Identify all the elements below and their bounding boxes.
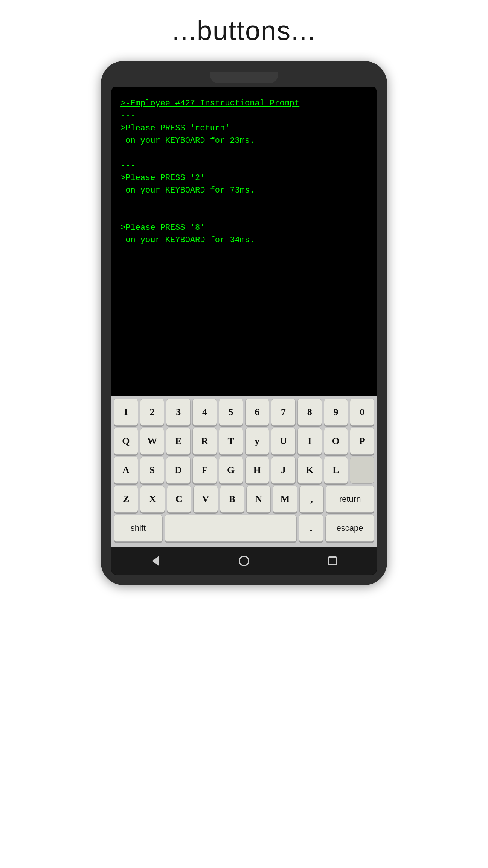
terminal-line-3: >Please PRESS 'return' — [120, 122, 368, 134]
key-m[interactable]: M — [273, 486, 297, 513]
key-y[interactable]: y — [245, 428, 270, 455]
key-l[interactable]: L — [324, 457, 348, 484]
terminal-line-8: on your KEYBOARD for 73ms. — [120, 184, 368, 197]
home-icon — [239, 556, 249, 566]
key-6[interactable]: 6 — [245, 399, 270, 426]
key-g[interactable]: G — [219, 457, 243, 484]
key-0[interactable]: 0 — [350, 399, 374, 426]
key-j[interactable]: J — [271, 457, 296, 484]
terminal-line-1: >-Employee #427 Instructional Prompt — [120, 97, 368, 110]
key-8[interactable]: 8 — [297, 399, 322, 426]
phone-notch — [210, 72, 278, 83]
recents-icon — [328, 556, 337, 565]
key-w[interactable]: W — [140, 428, 165, 455]
key-q[interactable]: Q — [114, 428, 138, 455]
key-u[interactable]: U — [271, 428, 296, 455]
keyboard-row-asdf: A S D F G H J K L — [114, 457, 374, 484]
keyboard-row-numbers: 1 2 3 4 5 6 7 8 9 0 — [114, 399, 374, 426]
key-h[interactable]: H — [245, 457, 270, 484]
key-p[interactable]: P — [350, 428, 374, 455]
terminal-line-4: on your KEYBOARD for 23ms. — [120, 134, 368, 147]
recents-button[interactable] — [325, 553, 340, 568]
key-b[interactable]: B — [220, 486, 244, 513]
key-n[interactable]: N — [246, 486, 271, 513]
key-return[interactable]: return — [326, 486, 374, 513]
key-2[interactable]: 2 — [140, 399, 165, 426]
terminal-line-10: --- — [120, 209, 368, 222]
key-a[interactable]: A — [114, 457, 138, 484]
key-x[interactable]: X — [140, 486, 165, 513]
nav-bar — [111, 547, 377, 575]
key-1[interactable]: 1 — [114, 399, 138, 426]
key-f[interactable]: F — [192, 457, 217, 484]
key-7[interactable]: 7 — [271, 399, 296, 426]
key-i[interactable]: I — [297, 428, 322, 455]
key-space[interactable] — [165, 515, 297, 542]
key-escape[interactable]: escape — [325, 515, 374, 542]
key-9[interactable]: 9 — [324, 399, 348, 426]
page-title: ...buttons... — [172, 15, 316, 46]
phone-screen: >-Employee #427 Instructional Prompt ---… — [111, 87, 377, 575]
phone-frame: >-Employee #427 Instructional Prompt ---… — [101, 61, 387, 585]
terminal-line-5 — [120, 147, 368, 159]
key-t[interactable]: T — [219, 428, 243, 455]
terminal-display: >-Employee #427 Instructional Prompt ---… — [111, 87, 377, 396]
terminal-line-2: --- — [120, 110, 368, 122]
keyboard-row-bottom: shift . escape — [114, 515, 374, 542]
key-5[interactable]: 5 — [219, 399, 243, 426]
key-r[interactable]: R — [192, 428, 217, 455]
key-s[interactable]: S — [140, 457, 165, 484]
key-comma[interactable]: , — [299, 486, 324, 513]
key-d[interactable]: D — [166, 457, 191, 484]
key-e[interactable]: E — [166, 428, 191, 455]
key-k[interactable]: K — [297, 457, 322, 484]
key-shift[interactable]: shift — [114, 515, 163, 542]
key-c[interactable]: C — [167, 486, 191, 513]
terminal-line-6: --- — [120, 159, 368, 172]
key-z[interactable]: Z — [114, 486, 138, 513]
keyboard-row-zxcv: Z X C V B N M , return — [114, 486, 374, 513]
key-4[interactable]: 4 — [192, 399, 217, 426]
terminal-line-9 — [120, 197, 368, 209]
terminal-line-12: on your KEYBOARD for 34ms. — [120, 234, 368, 246]
back-button[interactable] — [148, 553, 163, 568]
key-period[interactable]: . — [299, 515, 323, 542]
home-button[interactable] — [236, 553, 252, 568]
terminal-line-7: >Please PRESS '2' — [120, 172, 368, 184]
key-3[interactable]: 3 — [166, 399, 191, 426]
key-v[interactable]: V — [193, 486, 218, 513]
key-blank — [350, 457, 374, 484]
keyboard-row-qwerty: Q W E R T y U I O P — [114, 428, 374, 455]
terminal-line-11: >Please PRESS '8' — [120, 222, 368, 234]
key-o[interactable]: O — [324, 428, 348, 455]
back-icon — [152, 556, 159, 566]
keyboard: 1 2 3 4 5 6 7 8 9 0 Q W E R T y U I — [111, 396, 377, 547]
